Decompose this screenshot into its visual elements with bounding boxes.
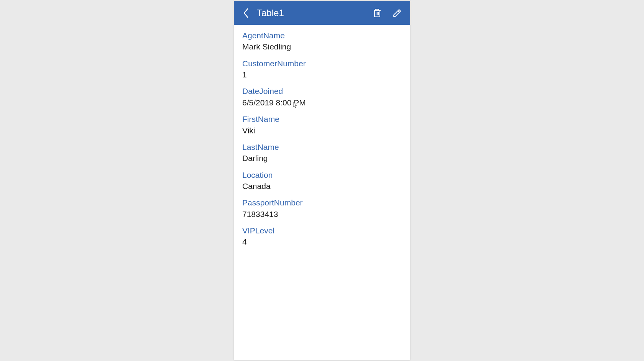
field-location: Location Canada: [242, 170, 402, 192]
chevron-left-icon: [243, 8, 250, 18]
delete-button[interactable]: [369, 5, 386, 21]
field-label: FirstName: [242, 114, 402, 125]
field-customernumber: CustomerNumber 1: [242, 58, 402, 80]
trash-icon: [373, 8, 382, 18]
field-value: Canada: [242, 180, 402, 192]
edit-button[interactable]: [389, 5, 406, 21]
field-label: Location: [242, 170, 402, 180]
field-label: DateJoined: [242, 86, 402, 97]
field-datejoined: DateJoined 6/5/2019 8:00 PM: [242, 86, 402, 108]
app-container: Table1 AgentName Mark Siedling CustomerN: [234, 1, 410, 360]
field-agentname: AgentName Mark Siedling: [242, 30, 402, 53]
field-lastname: LastName Darling: [242, 142, 402, 164]
field-firstname: FirstName Viki: [242, 114, 402, 136]
detail-content: AgentName Mark Siedling CustomerNumber 1…: [234, 25, 410, 259]
field-value: Mark Siedling: [242, 41, 402, 52]
field-value: Viki: [242, 125, 402, 136]
app-header: Table1: [234, 1, 410, 25]
field-value: 71833413: [242, 208, 402, 220]
field-value: 6/5/2019 8:00 PM: [242, 97, 402, 108]
field-value: Darling: [242, 153, 402, 164]
field-label: VIPLevel: [242, 225, 402, 236]
field-label: CustomerNumber: [242, 58, 402, 69]
field-passportnumber: PassportNumber 71833413: [242, 197, 402, 220]
field-value: 4: [242, 236, 402, 247]
pencil-icon: [393, 8, 402, 18]
field-viplevel: VIPLevel 4: [242, 225, 402, 248]
field-label: PassportNumber: [242, 197, 402, 208]
field-label: LastName: [242, 142, 402, 153]
field-label: AgentName: [242, 30, 402, 41]
back-button[interactable]: [238, 5, 254, 21]
field-value: 1: [242, 69, 402, 80]
page-title: Table1: [257, 8, 366, 18]
